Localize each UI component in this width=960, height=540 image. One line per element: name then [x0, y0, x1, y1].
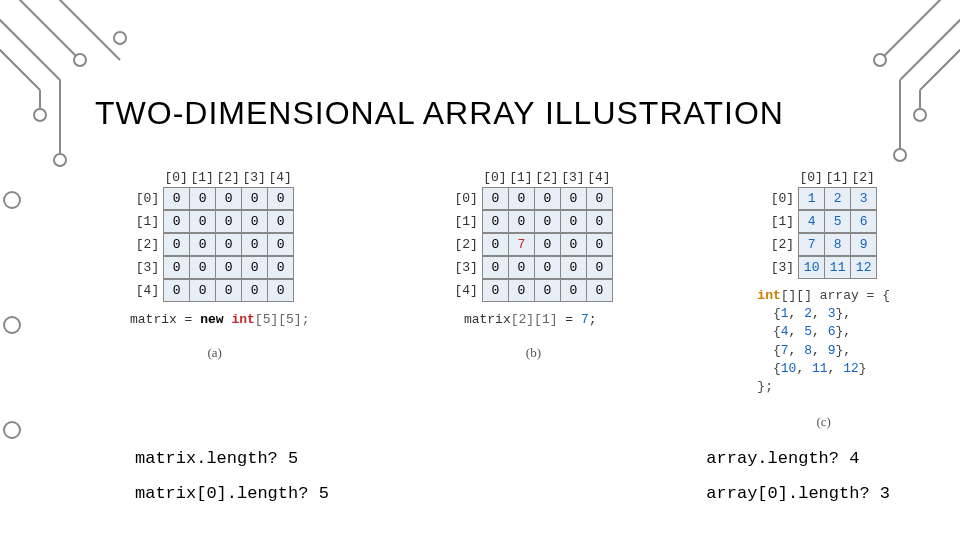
col-header: [1] [189, 170, 215, 185]
cell: 0 [268, 188, 294, 210]
svg-point-1 [74, 54, 86, 66]
cell: 0 [216, 257, 242, 279]
cell: 0 [534, 234, 560, 256]
cell: 7 [799, 234, 825, 256]
sub-c: (c) [816, 414, 830, 430]
cell: 0 [216, 234, 242, 256]
questions-left: matrix.length? 5matrix[0].length? 5 [135, 441, 329, 512]
cell: 1 [799, 188, 825, 210]
cell: 6 [851, 211, 877, 233]
cell: 0 [560, 211, 586, 233]
question-line: array.length? 4 [706, 441, 890, 477]
questions-row: matrix.length? 5matrix[0].length? 5 arra… [135, 441, 890, 512]
cell: 0 [560, 280, 586, 302]
cell: 4 [799, 211, 825, 233]
svg-point-7 [34, 109, 46, 121]
cell: 0 [482, 280, 508, 302]
cell: 0 [586, 280, 612, 302]
svg-point-20 [914, 109, 926, 121]
col-header: [4] [586, 170, 612, 185]
cell: 3 [851, 188, 877, 210]
cell: 0 [268, 211, 294, 233]
cell: 0 [586, 211, 612, 233]
col-header: [0] [798, 170, 824, 185]
cell: 0 [164, 188, 190, 210]
cell: 2 [825, 188, 851, 210]
col-header: [0] [482, 170, 508, 185]
row-header: [4] [454, 283, 482, 298]
cell: 0 [482, 257, 508, 279]
cell: 0 [482, 188, 508, 210]
row-header: [3] [770, 260, 798, 275]
cell: 0 [508, 188, 534, 210]
col-headers-c: [0][1][2] [798, 170, 876, 185]
cell: 0 [560, 234, 586, 256]
col-header: [4] [267, 170, 293, 185]
code-row: {1, 2, 3}, [757, 306, 851, 321]
cell: 0 [242, 280, 268, 302]
cell: 0 [242, 211, 268, 233]
cell: 9 [851, 234, 877, 256]
row-header: [0] [770, 191, 798, 206]
cell: 0 [164, 280, 190, 302]
col-header: [2] [850, 170, 876, 185]
cell: 0 [268, 257, 294, 279]
question-line: matrix[0].length? 5 [135, 476, 329, 512]
svg-point-10 [4, 192, 20, 208]
code-row: {4, 5, 6}, [757, 324, 851, 339]
cell: 0 [482, 234, 508, 256]
cell: 8 [825, 234, 851, 256]
code-row: {7, 8, 9}, [757, 343, 851, 358]
cell: 0 [242, 188, 268, 210]
svg-point-4 [54, 154, 66, 166]
cell: 0 [164, 257, 190, 279]
row-header: [3] [454, 260, 482, 275]
cell: 0 [164, 211, 190, 233]
cell: 0 [216, 211, 242, 233]
cell: 7 [508, 234, 534, 256]
cell: 0 [534, 188, 560, 210]
cell: 0 [534, 257, 560, 279]
row-header: [1] [770, 214, 798, 229]
row-header: [2] [770, 237, 798, 252]
cell: 12 [851, 257, 877, 279]
col-header: [3] [241, 170, 267, 185]
cell: 0 [190, 211, 216, 233]
cell: 0 [164, 234, 190, 256]
row-header: [4] [135, 283, 163, 298]
cell: 5 [825, 211, 851, 233]
sub-a: (a) [208, 345, 222, 361]
svg-point-17 [894, 149, 906, 161]
row-header: [1] [135, 214, 163, 229]
cell: 0 [508, 211, 534, 233]
svg-line-13 [880, 0, 960, 60]
cell: 0 [508, 280, 534, 302]
svg-point-11 [4, 317, 20, 333]
cell: 0 [560, 188, 586, 210]
caption-a: matrix = new int[5][5]; [130, 312, 309, 327]
cell: 10 [799, 257, 825, 279]
cell: 0 [268, 280, 294, 302]
cell: 0 [268, 234, 294, 256]
col-headers-b: [0][1][2][3][4] [482, 170, 612, 185]
svg-line-18 [920, 25, 960, 90]
row-header: [2] [135, 237, 163, 252]
cell: 0 [242, 234, 268, 256]
col-header: [2] [534, 170, 560, 185]
panels-row: [0][1][2][3][4] [0]00000[1]00000[2]00000… [120, 170, 890, 430]
svg-line-5 [0, 30, 40, 90]
col-header: [1] [508, 170, 534, 185]
svg-line-2 [0, 10, 60, 80]
caption-b: matrix[2][1] = 7; [464, 312, 597, 327]
col-header: [1] [824, 170, 850, 185]
panel-a: [0][1][2][3][4] [0]00000[1]00000[2]00000… [120, 170, 309, 430]
cell: 0 [586, 188, 612, 210]
cell: 0 [482, 211, 508, 233]
panel-c: [0][1][2] [0]123[1]456[2]789[3]101112 in… [757, 170, 890, 430]
cell: 11 [825, 257, 851, 279]
page-title: TWO-DIMENSIONAL ARRAY ILLUSTRATION [95, 95, 784, 132]
sub-b: (b) [526, 345, 541, 361]
svg-line-0 [0, 0, 80, 60]
question-line: matrix.length? 5 [135, 441, 329, 477]
svg-point-12 [4, 422, 20, 438]
